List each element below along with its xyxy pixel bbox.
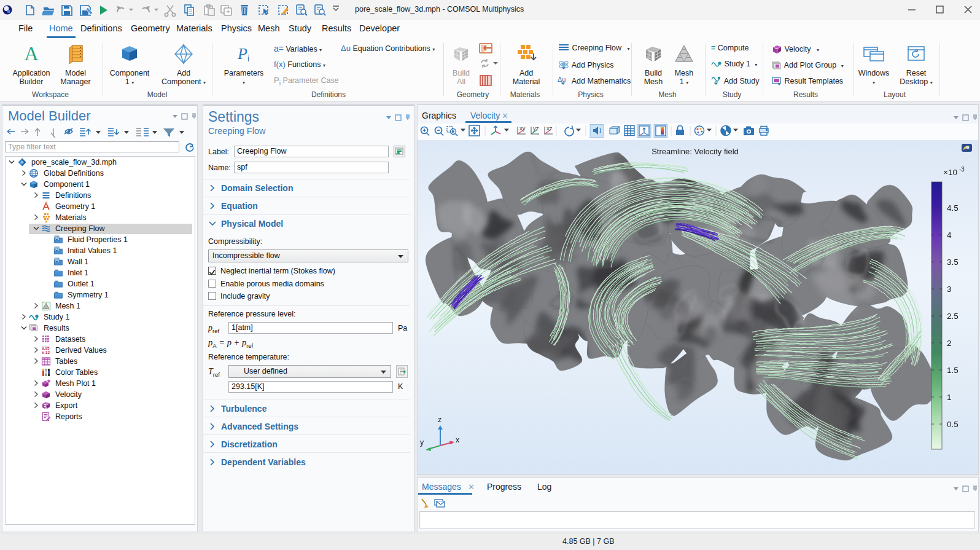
svg-text:4.5: 4.5 [947, 203, 959, 213]
svg-text:×10: ×10 [943, 168, 957, 177]
svg-text:D: D [55, 247, 58, 251]
svg-text:2: 2 [947, 339, 952, 348]
svg-text:4: 4 [947, 230, 952, 240]
svg-text:3.5: 3.5 [947, 257, 959, 267]
svg-text:Streamline: Velocity field: Streamline: Velocity field [651, 147, 739, 156]
svg-text:8.85: 8.85 [42, 346, 50, 350]
svg-text:yz: yz [533, 125, 539, 132]
svg-text:1: 1 [947, 393, 952, 402]
svg-text:D: D [55, 236, 58, 240]
svg-text:xz: xz [546, 125, 553, 132]
svg-text:xy: xy [519, 125, 526, 132]
svg-text:1.5: 1.5 [947, 366, 959, 375]
svg-text:-3: -3 [959, 166, 965, 173]
svg-text:A: A [24, 44, 38, 65]
svg-text:P: P [237, 45, 247, 63]
svg-text:3: 3 [947, 285, 952, 294]
svg-text:i: i [247, 53, 249, 63]
svg-text:2.5: 2.5 [947, 312, 959, 321]
svg-text:y: y [420, 438, 424, 447]
svg-text:Δu: Δu [558, 76, 566, 83]
svg-text:x: x [456, 436, 460, 444]
svg-text:D: D [55, 258, 58, 262]
svg-text:z: z [438, 415, 441, 424]
svg-text:0.5: 0.5 [947, 420, 959, 429]
svg-text:e-12: e-12 [42, 350, 50, 355]
